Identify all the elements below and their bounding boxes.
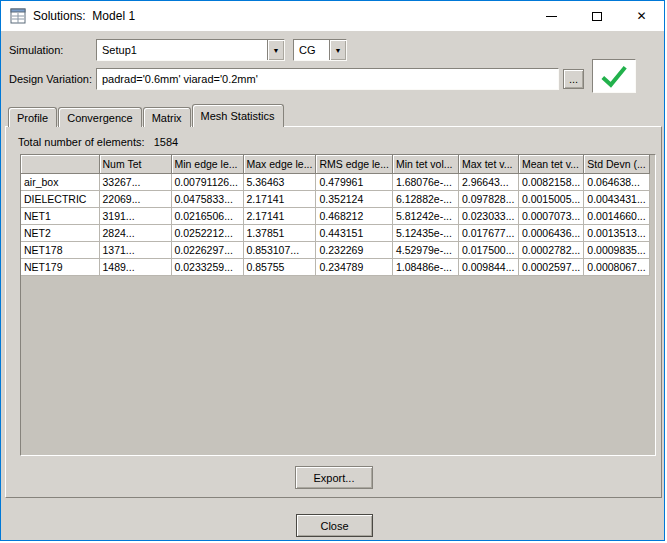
row-header[interactable]: air_box [21,173,99,190]
chevron-down-icon[interactable]: ▼ [267,40,284,60]
tab-convergence[interactable]: Convergence [58,107,141,127]
chevron-down-icon[interactable]: ▼ [329,40,346,60]
simulation-dropdown[interactable]: Setup1 ▼ [96,39,285,61]
grid-column-header[interactable]: Min tet vol... [392,155,458,173]
app-icon [10,8,26,24]
grid-cell[interactable]: 3191... [99,207,171,224]
grid-column-header[interactable]: RMS edge le... [316,155,392,173]
titlebar[interactable]: Solutions: Model 1 ✕ [1,1,664,31]
tab-matrix[interactable]: Matrix [143,107,191,127]
grid-cell[interactable]: 0.0226297... [171,241,243,258]
export-button[interactable]: Export... [295,466,373,489]
grid-cell[interactable]: 0.0008067... [584,258,649,275]
grid-cell[interactable]: 0.0007073... [518,207,583,224]
grid-cell[interactable]: 33267... [99,173,171,190]
grid-cell[interactable]: 2.17141 [243,190,316,207]
grid-cell[interactable]: 0.0233259... [171,258,243,275]
grid-cell[interactable]: 2824... [99,224,171,241]
matrix-type-dropdown[interactable]: CG ▼ [293,39,347,61]
grid-cell[interactable]: 5.81242e-... [392,207,458,224]
grid-cell[interactable]: 0.0013513... [584,224,649,241]
close-icon: ✕ [636,10,646,22]
grid-column-header[interactable]: Min edge le... [171,155,243,173]
maximize-button[interactable] [574,1,619,31]
minimize-button[interactable] [529,1,574,31]
grid-cell[interactable]: 1.37851 [243,224,316,241]
grid-cell[interactable]: 0.009844... [458,258,518,275]
total-elements: Total number of elements: 1584 [18,136,178,148]
grid-cell[interactable]: 0.023033... [458,207,518,224]
matrix-type-value: CG [294,40,329,60]
grid-cell[interactable]: 0.0216506... [171,207,243,224]
solutions-window: Solutions: Model 1 ✕ Simulation: Setup1 … [0,0,665,541]
grid-cell[interactable]: 0.017677... [458,224,518,241]
maximize-icon [592,12,602,21]
grid-cell[interactable]: 0.853107... [243,241,316,258]
grid-cell[interactable]: 6.12882e-... [392,190,458,207]
grid-cell[interactable]: 0.443151 [316,224,392,241]
simulation-value: Setup1 [97,40,267,60]
grid-cell[interactable]: 5.36463 [243,173,316,190]
table-row: NET22824...0.0252212...1.378510.4431515.… [21,224,649,241]
mesh-statistics-grid: Num TetMin edge le...Max edge le...RMS e… [20,154,656,456]
browse-button[interactable]: ... [563,69,584,89]
table-row: DIELECTRIC22069...0.0475833...2.171410.3… [21,190,649,207]
grid-column-header[interactable]: Std Devn (... [584,155,649,173]
grid-cell[interactable]: 0.0252212... [171,224,243,241]
grid-cell[interactable]: 0.017500... [458,241,518,258]
grid-cell[interactable]: 1.68076e-... [392,173,458,190]
row-header[interactable]: NET1 [21,207,99,224]
grid-cell[interactable]: 5.12435e-... [392,224,458,241]
tab-mesh-statistics[interactable]: Mesh Statistics [192,104,284,127]
grid-cell[interactable]: 0.064638... [584,173,649,190]
total-elements-value: 1584 [154,136,178,148]
grid-cell[interactable]: 0.0043431... [584,190,649,207]
grid-cell[interactable]: 0.0002597... [518,258,583,275]
row-header[interactable]: NET178 [21,241,99,258]
grid-cell[interactable]: 0.0015005... [518,190,583,207]
grid-cell[interactable]: 0.097828... [458,190,518,207]
minimize-icon [546,16,557,17]
grid-cell[interactable]: 0.0006436... [518,224,583,241]
grid-cell[interactable]: 0.0002782... [518,241,583,258]
table-row: NET1791489...0.0233259...0.857550.234789… [21,258,649,275]
grid-column-header[interactable]: Mean tet v... [518,155,583,173]
grid-cell[interactable]: 0.0009835... [584,241,649,258]
tab-bar: Profile Convergence Matrix Mesh Statisti… [8,106,285,127]
grid-cell[interactable]: 0.0082158... [518,173,583,190]
table-row: NET13191...0.0216506...2.171410.4682125.… [21,207,649,224]
grid-cell[interactable]: 0.0475833... [171,190,243,207]
grid-cell[interactable]: 0.468212 [316,207,392,224]
window-title: Solutions: Model 1 [33,9,135,23]
grid-cell[interactable]: 0.00791126... [171,173,243,190]
mesh-statistics-panel: Total number of elements: 1584 Num TetMi… [5,126,662,498]
grid-column-header[interactable]: Max edge le... [243,155,316,173]
grid-column-header[interactable]: Max tet v... [458,155,518,173]
grid-cell[interactable]: 22069... [99,190,171,207]
grid-cell[interactable]: 0.479961 [316,173,392,190]
grid-cell[interactable]: 1489... [99,258,171,275]
grid-cell[interactable]: 0.0014660... [584,207,649,224]
grid-cell[interactable]: 0.352124 [316,190,392,207]
grid-cell[interactable]: 4.52979e-... [392,241,458,258]
grid-cell[interactable]: 2.96643... [458,173,518,190]
grid-cell[interactable]: 2.17141 [243,207,316,224]
total-elements-label: Total number of elements: [18,136,145,148]
grid-column-header[interactable]: Num Tet [99,155,171,173]
design-variation-input[interactable] [96,68,559,90]
row-header[interactable]: NET179 [21,258,99,275]
table-row: NET1781371...0.0226297...0.853107...0.23… [21,241,649,258]
row-header[interactable]: DIELECTRIC [21,190,99,207]
close-button[interactable]: ✕ [619,1,664,31]
grid-cell[interactable]: 1371... [99,241,171,258]
valid-check-button[interactable] [592,59,636,93]
grid-cell[interactable]: 0.232269 [316,241,392,258]
row-header[interactable]: NET2 [21,224,99,241]
grid-cell[interactable]: 0.85755 [243,258,316,275]
close-dialog-button[interactable]: Close [296,514,373,537]
table-row: air_box33267...0.00791126...5.364630.479… [21,173,649,190]
tab-profile[interactable]: Profile [8,107,57,127]
grid-cell[interactable]: 1.08486e-... [392,258,458,275]
grid-cell[interactable]: 0.234789 [316,258,392,275]
grid-corner-header[interactable] [21,155,99,173]
